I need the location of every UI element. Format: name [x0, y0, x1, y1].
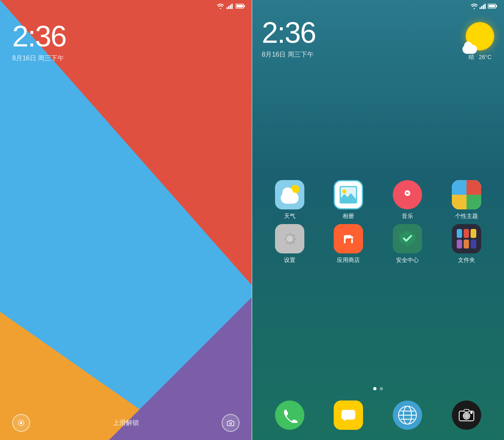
folder-grid	[452, 224, 481, 253]
page-dot-2[interactable]	[380, 387, 383, 390]
svg-rect-40	[464, 409, 469, 412]
lock-content: 2:36 8月16日 周三下午 上滑解锁	[0, 0, 252, 440]
svg-rect-18	[496, 5, 497, 7]
app-security[interactable]: 安全中心	[387, 224, 428, 264]
svg-rect-3	[230, 5, 231, 9]
weather-app-cloud	[281, 192, 299, 204]
theme-bl	[452, 195, 467, 209]
battery-icon	[235, 3, 245, 10]
lock-status-bar	[0, 0, 252, 13]
svg-point-21	[342, 189, 346, 194]
svg-rect-27	[338, 229, 359, 249]
music-app-icon: ♪	[393, 180, 422, 209]
svg-point-39	[466, 415, 467, 417]
dock-message[interactable]	[334, 400, 363, 430]
svg-rect-13	[481, 6, 482, 9]
folder-cell-5	[464, 240, 469, 249]
lock-time-display: 2:36 8月16日 周三下午	[0, 13, 252, 71]
app-gallery[interactable]: 相册	[328, 180, 369, 220]
home-status-right	[471, 3, 497, 11]
app-appstore[interactable]: 应用商店	[328, 224, 369, 264]
signal-icon	[227, 3, 233, 10]
app-row-2: 设置 应用商店	[256, 224, 500, 264]
app-folder[interactable]: 文件夹	[446, 224, 487, 264]
svg-text:♪: ♪	[406, 189, 409, 197]
svg-rect-15	[484, 4, 486, 9]
svg-point-41	[471, 412, 472, 414]
appstore-app-icon	[334, 224, 363, 253]
folder-cell-2	[464, 229, 469, 238]
home-wifi-icon	[471, 3, 478, 11]
home-status-bar	[252, 0, 504, 14]
settings-app-icon	[275, 224, 304, 253]
weather-widget[interactable]: 晴 26°C	[466, 18, 494, 61]
wifi-icon	[217, 3, 224, 10]
svg-point-8	[20, 422, 22, 424]
app-theme[interactable]: 个性主题	[446, 180, 487, 220]
lock-screen[interactable]: 2:36 8月16日 周三下午 上滑解锁	[0, 0, 252, 440]
svg-point-28	[351, 236, 353, 239]
home-signal-icon	[480, 3, 486, 11]
dock	[252, 394, 504, 440]
folder-app-icon	[452, 224, 481, 253]
folder-app-label: 文件夹	[458, 257, 475, 264]
appstore-app-label: 应用商店	[337, 257, 360, 264]
page-dots	[252, 383, 504, 394]
music-icon-inner: ♪	[399, 185, 416, 205]
folder-cell-3	[471, 229, 476, 238]
settings-app-label: 设置	[284, 257, 295, 264]
svg-point-26	[286, 235, 293, 242]
app-grid: 天气 相册	[252, 61, 504, 383]
svg-point-11	[474, 8, 475, 9]
svg-point-10	[229, 422, 231, 425]
svg-point-0	[220, 8, 221, 9]
unlock-label: 上滑解锁	[113, 419, 139, 427]
theme-app-icon	[452, 180, 481, 209]
svg-rect-6	[236, 5, 243, 7]
folder-cell-6	[471, 240, 476, 249]
folder-cell-1	[457, 229, 462, 238]
home-battery-icon	[488, 3, 497, 11]
home-date: 8月16日 周三下午	[262, 51, 316, 59]
app-music[interactable]: ♪ 音乐	[387, 180, 428, 220]
weather-cloud-decoration	[462, 45, 477, 54]
page-dot-1[interactable]	[373, 387, 376, 390]
weather-app-icon	[275, 180, 304, 209]
svg-rect-12	[480, 7, 481, 9]
lock-left-btn[interactable]	[12, 414, 30, 432]
app-row-1: 天气 相册	[256, 180, 500, 220]
lock-bottom-bar: 上滑解锁	[0, 406, 252, 440]
app-weather[interactable]: 天气	[269, 180, 310, 220]
svg-rect-2	[228, 6, 229, 9]
music-app-label: 音乐	[402, 213, 413, 220]
folder-cell-4	[457, 240, 462, 249]
home-screen[interactable]: 2:36 8月16日 周三下午 晴 26°C	[252, 0, 504, 440]
security-app-icon	[393, 224, 422, 253]
camera-quick-btn[interactable]	[222, 414, 240, 432]
dock-camera[interactable]	[452, 400, 481, 430]
home-clock: 2:36	[262, 18, 316, 47]
weather-condition: 晴	[469, 54, 474, 60]
theme-tr	[467, 180, 481, 195]
home-time-display: 2:36 8月16日 周三下午	[262, 18, 316, 59]
home-header: 2:36 8月16日 周三下午 晴 26°C	[252, 14, 504, 61]
svg-rect-14	[483, 5, 484, 9]
gallery-app-icon	[334, 180, 363, 209]
app-settings[interactable]: 设置	[269, 224, 310, 264]
svg-rect-17	[489, 5, 495, 7]
svg-rect-1	[227, 7, 228, 9]
lock-clock: 2:36	[12, 22, 240, 51]
svg-rect-4	[231, 4, 233, 9]
weather-temp: 26°C	[479, 54, 491, 60]
weather-sun-icon	[466, 22, 494, 51]
dock-phone[interactable]	[275, 400, 304, 430]
theme-tl	[452, 180, 467, 195]
weather-app-label: 天气	[284, 213, 295, 220]
weather-icon-inner	[275, 180, 304, 209]
theme-app-label: 个性主题	[455, 213, 478, 220]
dock-browser[interactable]	[393, 400, 422, 430]
theme-icon-inner	[452, 180, 481, 209]
security-app-label: 安全中心	[396, 257, 419, 264]
weather-info: 晴 26°C	[466, 54, 494, 61]
lock-date: 8月16日 周三下午	[12, 54, 240, 63]
